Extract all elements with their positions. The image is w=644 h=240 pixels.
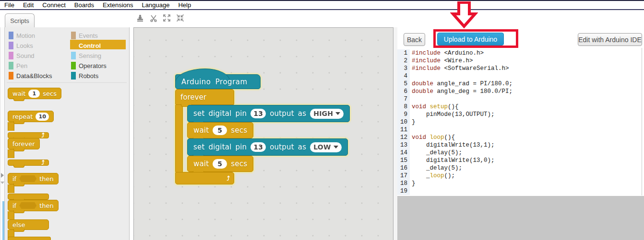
palette-category-control[interactable]: Control: [71, 41, 101, 50]
palette-category-motion[interactable]: Motion: [9, 31, 35, 40]
dropdown-input[interactable]: HIGH: [310, 109, 344, 119]
block-arm[interactable]: [8, 211, 14, 219]
block-bottom[interactable]: ⤴: [8, 160, 49, 166]
loop-arrow-icon: ⤴: [227, 175, 234, 182]
number-input[interactable]: 5: [213, 159, 227, 169]
menu-edit[interactable]: Edit: [19, 1, 38, 9]
forever-block[interactable]: forever⤴: [8, 138, 49, 167]
back-button[interactable]: Back: [404, 33, 425, 46]
dropdown-input[interactable]: LOW: [310, 142, 341, 152]
forever-block-arm[interactable]: [175, 105, 183, 172]
block-label: wait: [193, 160, 209, 168]
panel-splitter[interactable]: [394, 27, 397, 240]
splitter-scroll-thumb[interactable]: [2, 201, 4, 240]
block-arm[interactable]: [8, 149, 14, 158]
block-body[interactable]: wait1secs: [8, 88, 61, 99]
code-line: 17 _loop();: [397, 172, 644, 180]
edit-toolbar: [136, 14, 184, 22]
block-label: if: [12, 175, 16, 183]
line-number: 16: [397, 164, 410, 172]
script-stack[interactable]: Arduino Program forever set digital pin1…: [175, 68, 350, 184]
block-top[interactable]: ifthen: [8, 200, 59, 211]
code-line: 13 digitalWrite(13,1);: [397, 141, 644, 149]
arduino-program-hat-block[interactable]: Arduino Program: [175, 74, 261, 89]
palette-category-sensing[interactable]: Sensing: [71, 51, 101, 60]
palette-category-robots[interactable]: Robots: [71, 71, 98, 80]
stamp-icon[interactable]: [136, 14, 144, 22]
upload-to-arduino-button[interactable]: Upload to Arduino: [437, 33, 504, 46]
condition-input[interactable]: [19, 175, 36, 182]
menu-language[interactable]: Language: [138, 1, 174, 9]
number-input[interactable]: 10: [36, 113, 49, 121]
edit-with-arduino-ide-button[interactable]: Edit with Arduino IDE: [578, 33, 642, 46]
number-input[interactable]: 13: [250, 142, 266, 152]
palette-category-operators[interactable]: Operators: [71, 61, 107, 70]
code-line: 14 _delay(5);: [397, 149, 644, 157]
line-number: 18: [397, 180, 410, 187]
block-arm[interactable]: [8, 184, 14, 193]
shrink-icon[interactable]: [176, 14, 184, 22]
menu-file[interactable]: File: [0, 1, 19, 9]
palette-category-looks[interactable]: Looks: [9, 41, 33, 50]
panel-footer-area: [397, 196, 644, 240]
dropdown-value: HIGH: [313, 110, 333, 117]
category-label: Pen: [16, 62, 27, 69]
set-digital-pin-block[interactable]: set digital pin13output asLOW: [187, 138, 348, 156]
stage-splitter-strip[interactable]: [0, 27, 5, 240]
block-arm[interactable]: [8, 122, 14, 131]
category-swatch: [71, 32, 76, 39]
set-digital-pin-block[interactable]: set digital pin13output asHIGH: [187, 105, 350, 122]
splitter-expand-icon[interactable]: [1, 173, 4, 178]
if-then-block[interactable]: ifthen: [8, 173, 59, 202]
if-then-else-block[interactable]: ifthenelse: [8, 200, 59, 240]
code-line: 3#include <SoftwareSerial.h>: [397, 65, 644, 72]
palette-category-events[interactable]: Events: [71, 31, 98, 40]
block-top[interactable]: forever: [8, 138, 40, 149]
block-label: repeat: [12, 113, 33, 120]
palette-category-sound[interactable]: Sound: [9, 51, 35, 60]
category-swatch: [71, 42, 76, 49]
code-line: 9 pinMode(13,OUTPUT);: [397, 111, 644, 118]
code-scrollbar[interactable]: [642, 48, 642, 195]
forever-block-top[interactable]: forever: [175, 89, 234, 105]
menu-extensions[interactable]: Extensions: [98, 1, 138, 9]
code-line: 19: [397, 187, 644, 195]
expand-icon[interactable]: [163, 14, 171, 22]
dropdown-value: LOW: [313, 143, 331, 151]
number-input[interactable]: 1: [28, 90, 40, 98]
code-line: 1#include <Arduino.h>: [397, 49, 644, 57]
forever-block-bottom[interactable]: ⤴: [175, 172, 234, 184]
menu-connect[interactable]: Connect: [38, 1, 70, 9]
line-number: 17: [397, 172, 410, 180]
block-else-bar[interactable]: else: [8, 219, 49, 230]
script-canvas[interactable]: Arduino Program forever set digital pin1…: [133, 27, 394, 240]
code-text: #include <Wire.h>: [410, 57, 473, 65]
generated-code-view[interactable]: 1#include <Arduino.h>2#include <Wire.h>3…: [397, 48, 644, 196]
condition-input[interactable]: [19, 202, 36, 209]
tab-scripts[interactable]: Scripts: [5, 13, 35, 27]
line-number: 15: [397, 157, 410, 164]
repeat-block[interactable]: repeat10⤴: [8, 111, 54, 139]
code-text: [410, 95, 412, 103]
palette-category-data-blocks[interactable]: Data&Blocks: [9, 71, 52, 80]
scissors-icon[interactable]: [149, 14, 157, 22]
menu-boards[interactable]: Boards: [70, 1, 98, 9]
partial-block[interactable]: [8, 237, 51, 240]
wait-secs-block[interactable]: wait1secs: [8, 88, 61, 99]
code-line: 16 _delay(5);: [397, 164, 644, 172]
forever-label: forever: [180, 93, 206, 102]
menu-help[interactable]: Help: [174, 1, 195, 9]
palette-category-pen[interactable]: Pen: [9, 61, 27, 70]
line-number: 2: [397, 57, 410, 65]
splitter-chevron-icon[interactable]: [0, 182, 4, 184]
block-top[interactable]: repeat10: [8, 111, 54, 122]
else-label: else: [12, 221, 25, 229]
wait-secs-block[interactable]: wait5secs: [187, 156, 253, 172]
number-input[interactable]: 5: [213, 126, 227, 135]
number-input[interactable]: 13: [250, 109, 266, 118]
code-text: #include <Arduino.h>: [410, 49, 484, 57]
block-bottom[interactable]: [8, 194, 49, 200]
block-top[interactable]: ifthen: [8, 173, 59, 184]
wait-secs-block[interactable]: wait5secs: [187, 122, 253, 138]
code-text: #include <SoftwareSerial.h>: [410, 65, 509, 72]
